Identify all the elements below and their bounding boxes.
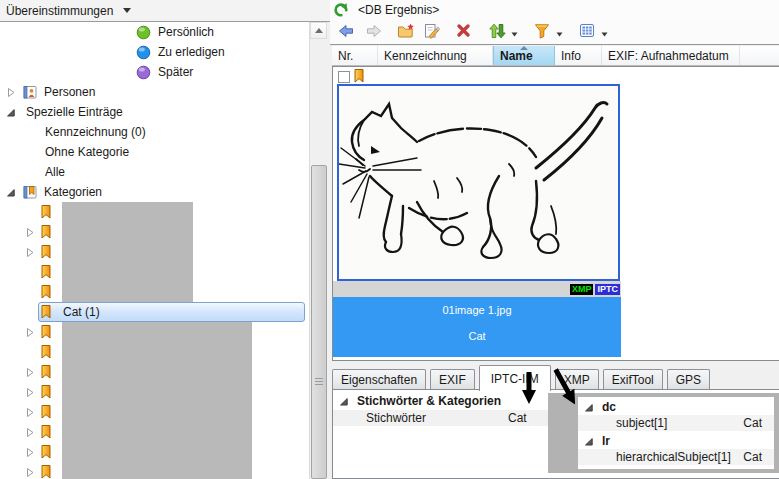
file-checkbox[interactable] — [338, 71, 350, 83]
tree-item-zu-erledigen[interactable]: Zu erledigen — [0, 42, 309, 62]
tree-item-redacted[interactable] — [0, 222, 309, 242]
expander-spacer — [25, 206, 41, 218]
view-dropdown-button[interactable] — [598, 21, 611, 43]
tree-item-sp-ter[interactable]: Später — [0, 62, 309, 82]
column-header-name[interactable]: Name — [493, 46, 555, 65]
collapsed-expander-icon[interactable] — [25, 366, 41, 378]
tree-item-redacted[interactable] — [0, 242, 309, 262]
column-header-nr[interactable]: Nr. — [332, 46, 378, 65]
collapsed-expander-icon[interactable] — [25, 226, 41, 238]
expanded-expander-icon[interactable] — [584, 435, 600, 447]
expanded-expander-icon[interactable] — [339, 395, 355, 407]
cat-drawing — [339, 86, 618, 279]
tree-item-redacted[interactable] — [0, 262, 309, 282]
collapsed-expander-icon[interactable] — [25, 326, 41, 338]
tree-item-redacted[interactable] — [0, 462, 309, 479]
column-header-exif-aufnahmedatum[interactable]: EXIF: Aufnahmedatum — [602, 46, 740, 65]
iptc-badge: IPTC — [595, 284, 620, 295]
popup-row[interactable]: subject[1]Cat — [578, 415, 774, 431]
delete-button[interactable] — [452, 21, 474, 43]
tree-item-redacted[interactable] — [0, 322, 309, 342]
forward-button[interactable] — [363, 21, 385, 43]
expanded-expander-icon[interactable] — [584, 401, 600, 413]
tree-item-redacted[interactable] — [0, 442, 309, 462]
file-list-area: XMPIPTC 01image 1.jpg Cat — [332, 66, 779, 361]
bookmark-icon — [41, 385, 59, 399]
bookmark-icon — [41, 285, 59, 299]
tab-exif[interactable]: EXIF — [430, 369, 475, 390]
tree-item-spezielle-eintr-ge[interactable]: Spezielle Einträge — [0, 102, 309, 122]
view-button[interactable] — [576, 21, 598, 43]
scrollbar-thumb[interactable] — [311, 165, 327, 479]
tree-item-pers-nlich[interactable]: Persönlich — [0, 22, 309, 42]
popup-section-lr[interactable]: lr — [578, 433, 774, 449]
tab-gps[interactable]: GPS — [667, 369, 710, 390]
bookmark-icon — [41, 345, 59, 359]
tree-item-label: Spezielle Einträge — [26, 105, 123, 119]
tree-item-redacted[interactable] — [0, 382, 309, 402]
popup-row[interactable]: hierarchicalSubject[1]Cat — [578, 449, 774, 465]
category-panel: Übereinstimmungen PersönlichZu erledigen… — [0, 0, 330, 479]
scrollbar-up-button[interactable] — [310, 22, 327, 39]
nav-forward-icon — [365, 23, 383, 42]
result-toolbar — [330, 20, 779, 45]
tab-xmp[interactable]: XMP — [555, 369, 599, 390]
tree-item-redacted[interactable] — [0, 362, 309, 382]
collapsed-expander-icon[interactable] — [25, 246, 41, 258]
tree-item-redacted[interactable] — [0, 402, 309, 422]
back-button[interactable] — [335, 21, 357, 43]
tree-item-cat-1[interactable]: Cat (1) — [0, 302, 309, 322]
sort-button[interactable] — [486, 21, 508, 43]
redacted-label — [62, 342, 252, 362]
metadata-section-title: Stichwörter & Kategorien — [357, 394, 501, 408]
tree-item-kennzeichnung-0[interactable]: Kennzeichnung (0) — [0, 122, 309, 142]
tree-item-personen[interactable]: Personen — [0, 82, 309, 102]
new-collection-button[interactable] — [395, 21, 417, 43]
edit-button[interactable] — [420, 21, 442, 43]
filter-dropdown-button[interactable] — [553, 21, 566, 43]
expanded-expander-icon[interactable] — [6, 106, 22, 118]
panel-header-matches[interactable]: Übereinstimmungen — [0, 0, 330, 22]
column-header-info[interactable]: Info — [555, 46, 602, 65]
tree-item-redacted[interactable] — [0, 342, 309, 362]
column-header-kennzeichnung[interactable]: Kennzeichnung — [378, 46, 493, 65]
refresh-green-icon[interactable] — [333, 2, 349, 18]
sort-dropdown-button[interactable] — [508, 21, 521, 43]
bookmark-icon — [41, 365, 59, 379]
expander-spacer — [25, 306, 41, 318]
collapsed-expander-icon[interactable] — [25, 466, 41, 478]
tree-item-label: Cat (1) — [63, 305, 100, 319]
redacted-label — [62, 242, 193, 262]
expander-spacer — [25, 286, 41, 298]
tab-eigenschaften[interactable]: Eigenschaften — [332, 369, 426, 390]
expanded-expander-icon[interactable] — [6, 186, 22, 198]
result-header-bar: <DB Ergebnis> — [330, 0, 779, 20]
tab-iptc-iim[interactable]: IPTC-IIM — [479, 365, 551, 391]
result-set-title: <DB Ergebnis> — [358, 3, 439, 17]
popup-section-dc[interactable]: dc — [578, 399, 774, 415]
filter-button[interactable] — [531, 21, 553, 43]
redacted-label — [62, 422, 252, 442]
result-panel: <DB Ergebnis> Nr.KennzeichnungNameInfoEX… — [330, 0, 779, 479]
tree-scrollbar[interactable] — [309, 22, 327, 479]
sort-asc-icon — [520, 46, 528, 50]
popup-field-value: Cat — [743, 416, 774, 430]
tab-exiftool[interactable]: ExifTool — [603, 369, 663, 390]
collapsed-expander-icon[interactable] — [6, 86, 22, 98]
tree-item-kategorien[interactable]: Kategorien — [0, 182, 309, 202]
popup-field-value: Cat — [743, 450, 774, 464]
tree-item-alle[interactable]: Alle — [0, 162, 309, 182]
bookmark-icon[interactable] — [354, 69, 364, 86]
tree-item-ohne-kategorie[interactable]: Ohne Kategorie — [0, 142, 309, 162]
bookmark-icon — [41, 305, 59, 319]
collapsed-expander-icon[interactable] — [25, 446, 41, 458]
file-tile[interactable]: XMPIPTC 01image 1.jpg Cat — [333, 68, 621, 357]
tree-item-redacted[interactable] — [0, 202, 309, 222]
collapsed-expander-icon[interactable] — [25, 406, 41, 418]
image-preview-frame — [337, 84, 620, 281]
collapsed-expander-icon[interactable] — [25, 426, 41, 438]
collapsed-expander-icon[interactable] — [25, 386, 41, 398]
tree-item-redacted[interactable] — [0, 282, 309, 302]
redacted-label — [62, 362, 252, 382]
tree-item-redacted[interactable] — [0, 422, 309, 442]
